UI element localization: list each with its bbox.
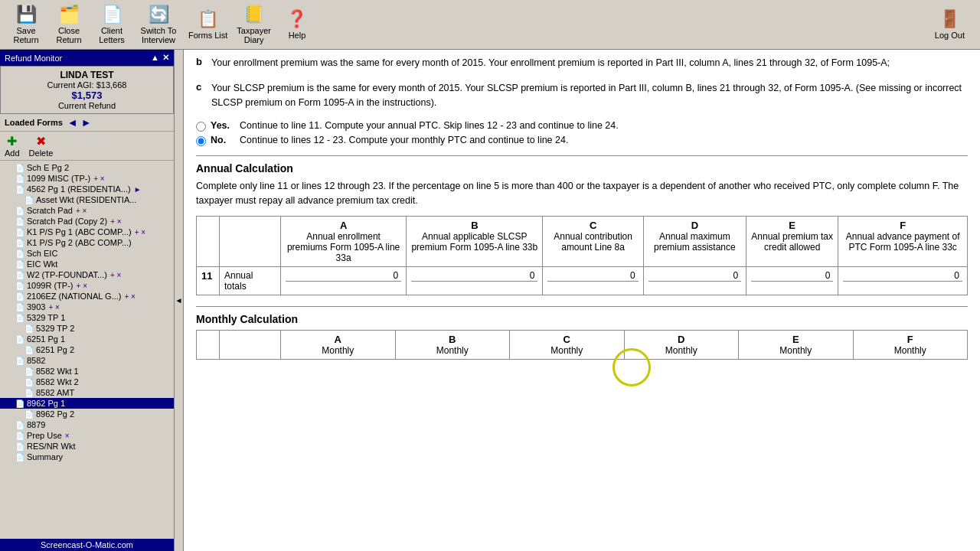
monthly-col-b-header: B Monthly: [395, 330, 510, 359]
form-icon: 📄: [24, 378, 34, 386]
col-f-header: F Annual advance payment of PTC Form 109…: [838, 216, 968, 266]
form-icon: 📄: [15, 271, 24, 279]
tree-item-1099r[interactable]: 📄 1099R (TP-) + ×: [0, 280, 174, 291]
client-letters-button[interactable]: 📄 Client Letters: [92, 3, 132, 46]
tree-item-8962-pg1[interactable]: 📄 8962 Pg 1: [0, 398, 174, 409]
form-icon: 📄: [24, 324, 34, 333]
form-icon: 📄: [15, 335, 24, 344]
form-icon: 📄: [15, 249, 24, 258]
current-refund-label: Current Refund: [5, 101, 168, 110]
add-delete-bar: ✚ Add ✖ Delete: [0, 132, 174, 161]
forms-icon: 📋: [198, 9, 218, 29]
forms-tree: 📄 Sch E Pg 2 📄 1099 MISC (TP-) + × 📄 456…: [0, 161, 174, 539]
row-11-col-a[interactable]: 0: [281, 266, 407, 295]
col-d-header: D Annual maximum premium assistance: [643, 216, 746, 266]
tree-item-6251-pg2[interactable]: 📄 6251 Pg 2: [0, 344, 174, 355]
tree-item-3903[interactable]: 📄 3903 + ×: [0, 302, 174, 312]
form-icon: 📄: [15, 228, 24, 236]
tree-item-asset-wkt[interactable]: 📄 Asset Wkt (RESIDENTIA...: [0, 194, 174, 205]
nav-prev-button[interactable]: ◄: [67, 116, 78, 129]
letters-icon: 📄: [102, 5, 122, 24]
logout-button[interactable]: 🚪 Log Out: [929, 3, 971, 46]
monthly-col-e-header: E Monthly: [739, 330, 854, 359]
tree-item-8582-wkt2[interactable]: 📄 8582 Wkt 2: [0, 377, 174, 387]
yes-label: Yes.: [211, 120, 234, 131]
taxpayer-name: LINDA TEST: [5, 70, 168, 80]
row-11-label: Annualtotals: [220, 266, 281, 295]
form-icon: 📄: [15, 282, 24, 290]
row-11-col-f[interactable]: 0: [838, 266, 968, 295]
add-form-button[interactable]: ✚ Add: [5, 134, 20, 158]
no-text: Continue to lines 12 - 23. Compute your …: [240, 135, 568, 145]
tree-item-8582-wkt1[interactable]: 📄 8582 Wkt 1: [0, 366, 174, 377]
forms-list-button[interactable]: 📋 Forms List: [185, 3, 230, 46]
nav-next-button[interactable]: ►: [81, 116, 92, 129]
tree-item-summary[interactable]: 📄 Summary: [0, 452, 174, 462]
yes-radio[interactable]: [196, 122, 206, 132]
help-button[interactable]: ❓ Help: [277, 3, 317, 46]
tree-item-prep-use[interactable]: 📄 Prep Use ×: [0, 430, 174, 441]
tree-item-8879[interactable]: 📄 8879: [0, 419, 174, 430]
tree-item-res-nr-wkt[interactable]: 📄 RES/NR Wkt: [0, 441, 174, 452]
add-icon: ✚: [7, 134, 17, 148]
sidebar-collapse-handle[interactable]: ◄: [175, 50, 184, 551]
tree-item-sch-e-pg2[interactable]: 📄 Sch E Pg 2: [0, 162, 174, 173]
form-icon: 📄: [15, 357, 24, 365]
delete-label: Delete: [29, 148, 54, 158]
tree-item-4562-pg1[interactable]: 📄 4562 Pg 1 (RESIDENTIA...) ►: [0, 184, 174, 194]
tree-item-1099misc[interactable]: 📄 1099 MISC (TP-) + ×: [0, 173, 174, 184]
tree-item-8582[interactable]: 📄 8582: [0, 355, 174, 366]
form-icon: 📄: [15, 292, 24, 301]
tree-item-sch-eic[interactable]: 📄 Sch EIC: [0, 248, 174, 259]
row-11-col-d[interactable]: 0: [643, 266, 746, 295]
tree-item-k1-ps-pg1[interactable]: 📄 K1 P/S Pg 1 (ABC COMP...) + ×: [0, 227, 174, 237]
row-11-col-e[interactable]: 0: [746, 266, 838, 295]
content-area: b Your enrollment premium was the same f…: [184, 50, 980, 551]
tree-item-k1-ps-pg2[interactable]: 📄 K1 P/S Pg 2 (ABC COMP...): [0, 237, 174, 248]
tree-item-8962-pg2[interactable]: 📄 8962 Pg 2: [0, 409, 174, 419]
form-icon: 📄: [24, 410, 34, 419]
close-return-button[interactable]: 🗂️ Close Return: [49, 3, 89, 46]
col-a-header: A Annual enrollment premiums Form 1095-A…: [281, 216, 407, 266]
logout-icon: 🚪: [939, 9, 960, 29]
monthly-col-d-header: D Monthly: [624, 330, 739, 359]
loaded-forms-label: Loaded Forms: [5, 118, 63, 127]
col-e-header: E Annual premium tax credit allowed: [746, 216, 838, 266]
tree-item-eic-wkt[interactable]: 📄 EIC Wkt: [0, 259, 174, 269]
tree-item-8582-amt[interactable]: 📄 8582 AMT: [0, 387, 174, 398]
item-b-text: Your enrollment premium was the same for…: [211, 56, 890, 70]
taxpayer-diary-button[interactable]: 📒 Taxpayer Diary: [234, 3, 274, 46]
row-11-col-c[interactable]: 0: [543, 266, 643, 295]
form-icon: 📄: [15, 453, 24, 461]
switch-to-button[interactable]: 🔄 Switch To Interview: [135, 3, 182, 46]
refund-monitor-close[interactable]: ✕: [162, 53, 169, 63]
row-11-col-b[interactable]: 0: [407, 266, 543, 295]
refund-monitor-minimize[interactable]: ▲: [151, 53, 159, 63]
tree-item-5329-tp1[interactable]: 📄 5329 TP 1: [0, 312, 174, 323]
tree-item-5329-tp2[interactable]: 📄 5329 TP 2: [0, 323, 174, 334]
delete-form-button[interactable]: ✖ Delete: [29, 134, 54, 158]
bottom-bar: Screencast-O-Matic.com: [0, 539, 174, 551]
form-icon: 📄: [15, 239, 24, 247]
save-icon: 💾: [16, 5, 37, 24]
form-icon: 📄: [15, 260, 24, 269]
col-b-header: B Annual applicable SLCSP premium Form 1…: [407, 216, 543, 266]
form-icon: 📄: [15, 314, 24, 322]
no-label: No.: [211, 135, 234, 145]
main-layout: Refund Monitor ▲ ✕ LINDA TEST Current AG…: [0, 50, 980, 551]
refund-amount: $1,573: [5, 90, 168, 101]
no-radio[interactable]: [196, 136, 206, 146]
form-icon: 📄: [24, 367, 34, 376]
close-icon: 🗂️: [59, 5, 80, 24]
tree-item-scratch-pad[interactable]: 📄 Scratch Pad + ×: [0, 205, 174, 216]
form-icon: 📄: [15, 185, 24, 194]
tree-item-w2[interactable]: 📄 W2 (TP-FOUNDAT...) + ×: [0, 269, 174, 280]
tree-item-scratch-pad-copy[interactable]: 📄 Scratch Pad (Copy 2) + ×: [0, 216, 174, 227]
form-icon: 📄: [15, 164, 24, 172]
col-c-header: C Annual contribution amount Line 8a: [543, 216, 643, 266]
no-radio-row: No. Continue to lines 12 - 23. Compute y…: [196, 135, 968, 146]
tree-item-2106ez[interactable]: 📄 2106EZ (NATIONAL G...) + ×: [0, 291, 174, 302]
save-return-button[interactable]: 💾 Save Return: [6, 3, 46, 46]
switch-icon: 🔄: [149, 5, 169, 24]
tree-item-6251-pg1[interactable]: 📄 6251 Pg 1: [0, 334, 174, 344]
